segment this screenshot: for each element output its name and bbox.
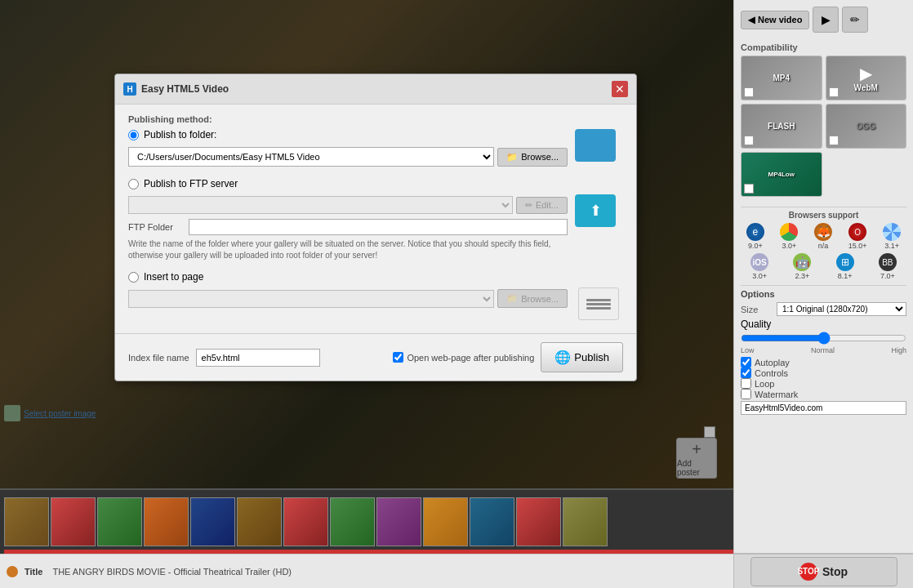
timeline-thumb-9[interactable] <box>376 497 421 546</box>
options-section: Options Size 1:1 Original (1280x720) Qua… <box>741 285 906 415</box>
timeline-thumb-7[interactable] <box>283 497 328 546</box>
timeline-thumb-8[interactable] <box>330 497 375 546</box>
ftp-folder-row: FTP Folder <box>128 219 568 235</box>
compat-flash[interactable]: FLASH <box>741 104 822 149</box>
compat-mp4[interactable]: MP4 <box>741 56 822 100</box>
modal-app-icon: H <box>123 82 136 96</box>
mp4-checkbox[interactable] <box>744 87 754 97</box>
browser-ie: e 9.0+ <box>746 223 764 250</box>
controls-row[interactable]: Controls <box>741 368 906 378</box>
controls-label: Controls <box>755 368 788 378</box>
stop-button[interactable]: STOP Stop <box>750 557 897 586</box>
ff-icon: 🦊 <box>814 223 832 241</box>
compat-mp4low[interactable]: MP4Low <box>741 152 822 197</box>
watermark-input[interactable] <box>741 401 906 415</box>
ftp-server-row: ✏ Edit... <box>128 196 568 214</box>
quality-slider[interactable] <box>741 332 906 345</box>
size-row: Size 1:1 Original (1280x720) <box>741 302 906 316</box>
ftp-server-select[interactable] <box>128 196 513 214</box>
new-video-button[interactable]: ◀ New video <box>741 11 809 29</box>
autoplay-checkbox[interactable] <box>741 357 751 368</box>
windows-icon: ⊞ <box>836 253 854 271</box>
page-document-icon <box>578 287 619 320</box>
open-webpage-checkbox[interactable] <box>393 352 403 363</box>
browse-page-button[interactable]: 📁 Browse... <box>497 289 568 308</box>
page-path-row: 📁 Browse... <box>128 289 568 308</box>
page-select[interactable] <box>128 290 494 308</box>
publish-button[interactable]: 🌐 Publish <box>541 342 623 372</box>
autoplay-row[interactable]: Autoplay <box>741 357 906 368</box>
loop-label: Loop <box>755 379 774 389</box>
modal-header: H Easy HTML5 Video ✕ <box>115 74 636 105</box>
flash-label: FLASH <box>768 122 795 131</box>
modal-close-button[interactable]: ✕ <box>612 81 628 97</box>
index-file-input[interactable] <box>196 349 320 367</box>
publish-icon: 🌐 <box>554 350 571 365</box>
browser-ff: 🦊 n/a <box>814 223 832 250</box>
controls-checkbox[interactable] <box>741 368 751 378</box>
title-dot-icon <box>7 566 18 577</box>
loop-row[interactable]: Loop <box>741 378 906 389</box>
webm-label: WebM <box>854 83 878 92</box>
edit-button[interactable]: ✏ <box>842 7 868 33</box>
safari-version: 3.1+ <box>884 242 899 250</box>
timeline-thumb-5[interactable] <box>190 497 235 546</box>
compat-ogg[interactable]: OGG <box>826 104 907 149</box>
ogg-label: OGG <box>857 122 875 131</box>
insert-page-radio[interactable] <box>128 272 139 283</box>
modal-title-text: Easy HTML5 Video <box>141 83 229 95</box>
flash-checkbox[interactable] <box>744 136 754 145</box>
timeline-thumb-10[interactable] <box>423 497 468 546</box>
timeline-thumb-13[interactable] <box>563 497 608 546</box>
bb-icon: BB <box>879 253 897 271</box>
publish-folder-radio[interactable] <box>128 130 139 140</box>
play-button[interactable]: ▶ <box>813 7 839 33</box>
timeline-thumb-12[interactable] <box>516 497 561 546</box>
mp4low-checkbox[interactable] <box>744 184 754 194</box>
stop-label: Stop <box>822 565 848 578</box>
watermark-row[interactable]: Watermark <box>741 389 906 399</box>
quality-high-label: High <box>891 346 906 354</box>
browser-opera: O 15.0+ <box>848 223 867 250</box>
timeline-thumb-2[interactable] <box>51 497 96 546</box>
publish-folder-label: Publish to folder: <box>144 129 216 140</box>
chrome-version: 3.0+ <box>782 242 797 250</box>
compat-webm[interactable]: ▶ WebM <box>826 56 907 100</box>
browsers-title: Browsers support <box>741 207 906 220</box>
ogg-checkbox[interactable] <box>829 136 839 145</box>
browse-folder-button[interactable]: 📁 Browse... <box>497 148 568 167</box>
timeline-thumb-6[interactable] <box>237 497 282 546</box>
publish-dialog: H Easy HTML5 Video ✕ Publishing method: <box>114 74 637 381</box>
browse-page-icon: 📁 <box>506 293 518 304</box>
options-title: Options <box>741 289 906 299</box>
timeline-thumb-11[interactable] <box>470 497 514 546</box>
browser-bb: BB 7.0+ <box>879 253 897 280</box>
bb-version: 7.0+ <box>880 272 895 280</box>
browser-chrome: 3.0+ <box>780 223 798 250</box>
ff-version: n/a <box>818 242 829 250</box>
ftp-folder-input[interactable] <box>189 219 568 235</box>
size-select[interactable]: 1:1 Original (1280x720) <box>777 302 906 316</box>
webm-checkbox[interactable] <box>829 87 839 97</box>
mp4-label: MP4 <box>773 74 790 82</box>
browser-android: 🤖 2.3+ <box>793 253 811 280</box>
open-webpage-checkbox-label[interactable]: Open web-page after publishing <box>393 352 534 363</box>
timeline-thumb-1[interactable] <box>4 497 49 546</box>
quality-low-label: Low <box>741 346 755 354</box>
folder-path-select[interactable]: C:/Users/user/Documents/Easy HTML5 Video <box>128 147 494 167</box>
timeline-red-bar <box>4 550 733 554</box>
stop-circle-icon: STOP <box>799 563 817 581</box>
quality-row: Quality Low Normal High <box>741 318 906 354</box>
publish-ftp-radio[interactable] <box>128 179 139 189</box>
watermark-checkbox[interactable] <box>741 389 751 399</box>
loop-checkbox[interactable] <box>741 378 751 389</box>
ie-version: 9.0+ <box>748 242 763 250</box>
ios-icon: iOS <box>750 253 768 271</box>
timeline-thumb-4[interactable] <box>144 497 189 546</box>
folder-path-row: C:/Users/user/Documents/Easy HTML5 Video… <box>128 147 568 167</box>
android-icon: 🤖 <box>793 253 811 271</box>
browsers-row-desktop: e 9.0+ 3.0+ 🦊 n/a O 15.0+ 3.1+ <box>741 223 906 250</box>
timeline-thumb-3[interactable] <box>97 497 142 546</box>
ftp-edit-button[interactable]: ✏ Edit... <box>516 197 568 214</box>
title-text: THE ANGRY BIRDS MOVIE - Official Theatri… <box>52 567 727 577</box>
